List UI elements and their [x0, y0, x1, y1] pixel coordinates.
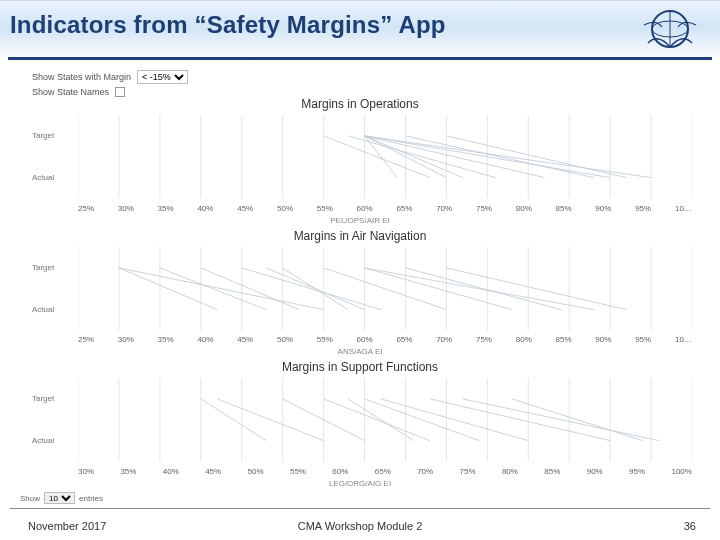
plot: [78, 115, 692, 199]
svg-line-52: [365, 267, 594, 309]
panel-operations: Margins in Operations Target Actual 25%3…: [18, 95, 702, 227]
panel-title: Margins in Support Functions: [18, 358, 702, 374]
svg-line-22: [365, 136, 652, 178]
show-entries-suffix: entries: [79, 494, 103, 503]
entries-count-select[interactable]: 10: [44, 492, 75, 504]
svg-line-80: [463, 399, 659, 441]
ylabel-target: Target: [32, 131, 74, 140]
x-axis: 25%30%35%40%45%50%55%60%65%70%75%80%85%9…: [78, 335, 692, 344]
y-axis-labels: Target Actual: [32, 247, 74, 331]
svg-line-20: [365, 136, 545, 178]
slide: Indicators from “Safety Margins” App Sho…: [0, 0, 720, 540]
ylabel-actual: Actual: [32, 305, 74, 314]
chart-svg: [78, 378, 692, 462]
show-entries-prefix: Show: [20, 494, 40, 503]
chart-svg: [78, 247, 692, 331]
charts-area: Margins in Operations Target Actual 25%3…: [18, 95, 702, 490]
ylabel-actual: Actual: [32, 173, 74, 182]
panel-support: Margins in Support Functions Target Actu…: [18, 358, 702, 490]
svg-line-48: [242, 267, 381, 309]
y-axis-labels: Target Actual: [32, 378, 74, 462]
svg-line-51: [365, 267, 512, 309]
ylabel-actual: Actual: [32, 436, 74, 445]
panel-sublabel: PEL/OPS/AIR EI: [18, 216, 702, 225]
footer: November 2017 CMA Workshop Module 2 36: [0, 508, 720, 540]
chart-svg: [78, 115, 692, 199]
footer-title: CMA Workshop Module 2: [0, 520, 720, 532]
svg-line-79: [430, 399, 610, 441]
ylabel-target: Target: [32, 263, 74, 272]
panel-sublabel: ANS/AGA EI: [18, 347, 702, 356]
y-axis-labels: Target Actual: [32, 115, 74, 199]
svg-line-76: [324, 399, 430, 441]
show-states-label: Show States with Margin: [32, 72, 131, 82]
x-axis: 25%30%35%40%45%50%55%60%65%70%75%80%85%9…: [78, 204, 692, 213]
plot: [78, 378, 692, 462]
icao-logo: [638, 5, 702, 53]
ylabel-target: Target: [32, 394, 74, 403]
x-axis: 30%35%40%45%50%55%60%65%70%75%80%85%90%9…: [78, 467, 692, 476]
panel-sublabel: LEG/ORG/AIG EI: [18, 479, 702, 488]
panel-title: Margins in Air Navigation: [18, 227, 702, 243]
panel-title: Margins in Operations: [18, 95, 702, 111]
svg-line-77: [365, 399, 480, 441]
show-entries: Show 10 entries: [20, 492, 103, 504]
svg-line-81: [512, 399, 643, 441]
page-title: Indicators from “Safety Margins” App: [10, 11, 446, 39]
margin-threshold-select[interactable]: < -15%: [137, 70, 188, 84]
svg-line-45: [119, 267, 217, 309]
plot: [78, 247, 692, 331]
header-banner: Indicators from “Safety Margins” App: [0, 0, 720, 60]
slide-number: 36: [684, 520, 696, 532]
panel-air-nav: Margins in Air Navigation Target Actual …: [18, 227, 702, 359]
svg-line-78: [381, 399, 528, 441]
